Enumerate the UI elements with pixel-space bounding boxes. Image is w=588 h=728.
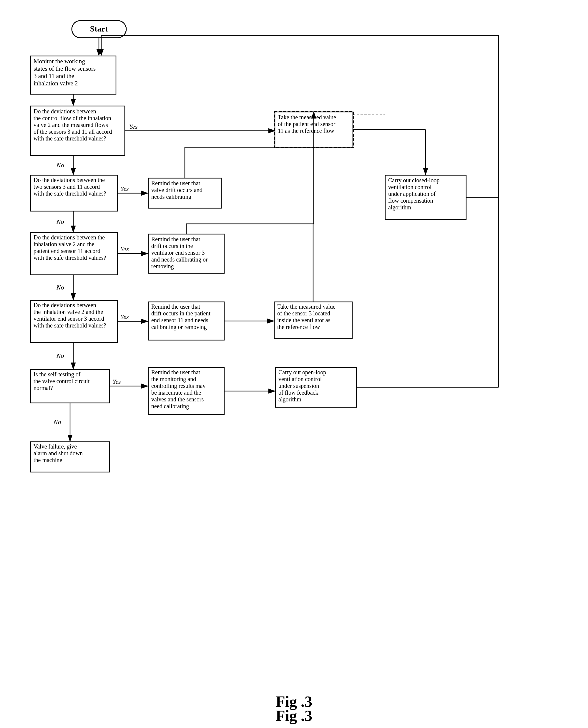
svg-text:valve drift occurs and: valve drift occurs and [151, 187, 203, 193]
svg-text:of flow feedback: of flow feedback [278, 389, 318, 396]
svg-rect-50 [148, 234, 224, 273]
svg-text:under application of: under application of [388, 190, 436, 197]
svg-text:flow compensation: flow compensation [388, 197, 433, 204]
svg-text:end sensor 11  and needs: end sensor 11 and needs [151, 317, 208, 323]
svg-text:the inhalation valve 2 and the: the inhalation valve 2 and the [34, 309, 103, 315]
svg-text:of the patient end sensor: of the patient end sensor [278, 121, 336, 127]
svg-text:Is the self-testing of: Is the self-testing of [34, 371, 81, 378]
svg-text:Start: Start [90, 24, 108, 33]
svg-text:alarm and shut down: alarm and shut down [34, 450, 83, 457]
svg-text:patient end sensor 11 accord: patient end sensor 11 accord [34, 248, 100, 255]
svg-rect-59 [385, 175, 466, 219]
svg-text:Remind the user that: Remind the user that [151, 236, 201, 242]
svg-text:ventilator end sensor 3: ventilator end sensor 3 [151, 249, 205, 256]
svg-text:needs calibrating: needs calibrating [151, 194, 191, 200]
svg-text:11 as the reference flow: 11 as the reference flow [278, 127, 334, 134]
svg-text:Yes: Yes [112, 378, 121, 385]
svg-text:removing: removing [151, 263, 174, 270]
svg-text:states of the flow sensors: states of the flow sensors [34, 65, 96, 72]
svg-text:the valve control circuit: the valve control circuit [34, 378, 90, 384]
svg-text:Take the measured value: Take the measured value [277, 303, 336, 310]
svg-text:Do the deviations between: Do the deviations between [34, 108, 96, 115]
svg-text:ventilator end sensor 3 accord: ventilator end sensor 3 accord [34, 316, 104, 322]
svg-text:drift occurs in the patient: drift occurs in the patient [151, 310, 210, 317]
svg-text:Do the deviations between the: Do the deviations between the [34, 234, 105, 241]
svg-text:inhalation valve 2: inhalation valve 2 [34, 80, 78, 87]
svg-text:Do the deviations between: Do the deviations between [34, 302, 96, 308]
svg-text:Carry out open-loop: Carry out open-loop [278, 369, 326, 376]
svg-text:drift occurs in the: drift occurs in the [151, 243, 193, 249]
svg-text:algorithm: algorithm [388, 204, 411, 211]
svg-text:with the safe threshold values: with the safe threshold values? [34, 322, 106, 329]
svg-text:calibrating or removing: calibrating or removing [151, 324, 207, 330]
svg-rect-120 [30, 442, 109, 472]
svg-rect-87 [274, 302, 352, 339]
svg-rect-75 [30, 300, 118, 343]
svg-text:with the safe threshold values: with the safe threshold values? [34, 255, 106, 261]
svg-text:No: No [56, 218, 64, 225]
svg-rect-34 [148, 178, 221, 208]
svg-rect-7 [30, 56, 116, 94]
svg-text:ventilation control: ventilation control [388, 184, 432, 190]
svg-text:and needs calibrating or: and needs calibrating or [151, 256, 208, 263]
svg-text:ventilation control: ventilation control [278, 376, 322, 382]
svg-rect-96 [30, 370, 109, 403]
svg-rect-21 [275, 112, 353, 147]
svg-text:No: No [56, 161, 64, 169]
svg-text:of the sensor 3 located: of the sensor 3 located [277, 310, 330, 317]
svg-text:the machine: the machine [34, 457, 62, 463]
svg-text:the reference flow: the reference flow [277, 324, 320, 330]
svg-rect-82 [148, 302, 224, 340]
svg-text:Take the measured value: Take the measured value [278, 114, 336, 120]
svg-text:two sensors 3 and 11 accord: two sensors 3 and 11 accord [34, 183, 100, 190]
svg-text:the control flow of the inhala: the control flow of the inhalation [34, 115, 111, 121]
svg-text:No: No [56, 352, 64, 359]
svg-text:No: No [53, 418, 61, 426]
svg-text:Valve failure, give: Valve failure, give [34, 443, 77, 450]
svg-text:Monitor the working: Monitor the working [34, 58, 85, 65]
svg-text:controlling results may: controlling results may [151, 383, 205, 389]
svg-text:3 and 11 and the: 3 and 11 and the [34, 73, 74, 80]
svg-rect-110 [275, 367, 356, 407]
svg-text:Yes: Yes [129, 123, 138, 130]
svg-text:with the safe threshold values: with the safe threshold values? [34, 135, 106, 142]
svg-text:inhalation valve 2 and the: inhalation valve 2 and the [34, 241, 94, 247]
svg-text:be inaccurate and the: be inaccurate and the [151, 389, 201, 396]
svg-text:Yes: Yes [120, 185, 129, 192]
figure-caption-label: Fig .3 [276, 693, 312, 710]
svg-rect-28 [30, 175, 118, 211]
svg-text:Yes: Yes [120, 245, 129, 253]
svg-text:inside the ventilator as: inside the ventilator as [277, 317, 331, 323]
svg-rect-13 [30, 106, 125, 156]
svg-text:algorithm: algorithm [278, 396, 301, 403]
svg-text:the monitoring and: the monitoring and [151, 376, 196, 383]
svg-rect-72 [274, 111, 354, 148]
svg-text:under suspension: under suspension [278, 383, 319, 389]
svg-text:Remind the user that: Remind the user that [151, 369, 201, 376]
svg-text:normal?: normal? [34, 385, 53, 391]
svg-text:No: No [56, 284, 64, 291]
svg-text:Yes: Yes [120, 313, 129, 320]
svg-rect-4 [72, 21, 126, 38]
svg-rect-43 [30, 232, 118, 275]
svg-text:of the sensors 3 and 11 all ac: of the sensors 3 and 11 all accord [34, 128, 112, 135]
svg-text:Remind the user that: Remind the user that [151, 180, 201, 186]
svg-text:valve 2 and the measured flows: valve 2 and the measured flows [34, 122, 108, 128]
svg-text:valves and the sensors: valves and the sensors [151, 396, 204, 403]
svg-text:Do the deviations between the: Do the deviations between the [34, 177, 105, 183]
svg-rect-102 [148, 367, 224, 414]
svg-text:with the safe threshold values: with the safe threshold values? [34, 190, 106, 197]
svg-text:need calibrating: need calibrating [151, 403, 189, 410]
svg-text:Remind the user that: Remind the user that [151, 303, 201, 310]
svg-text:Carry out closed-loop: Carry out closed-loop [388, 177, 439, 184]
